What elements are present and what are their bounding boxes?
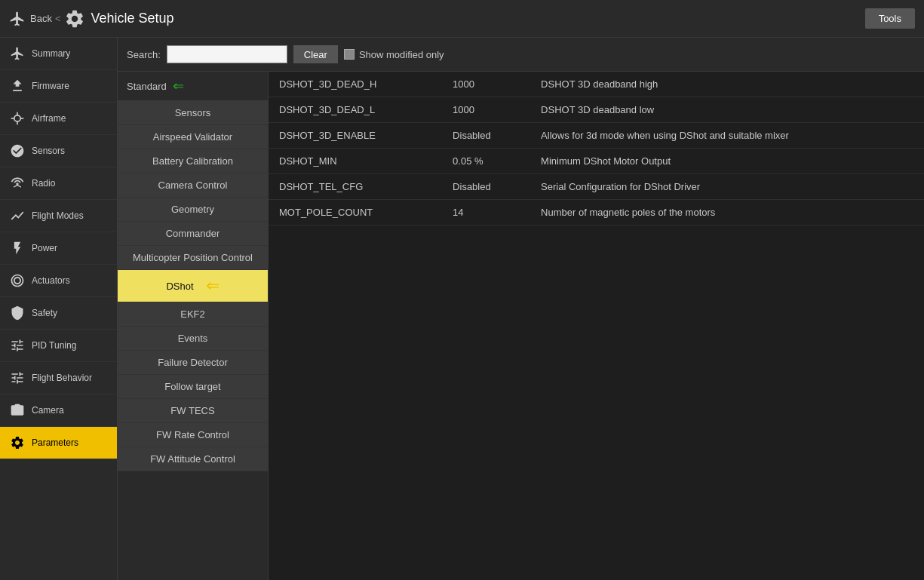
group-fw-rate-control[interactable]: FW Rate Control (118, 423, 268, 447)
svg-point-0 (14, 115, 20, 121)
plane-icon (9, 45, 26, 62)
group-commander[interactable]: Commander (118, 222, 268, 246)
content-area: Standard ⇐ Sensors Airspeed Validator Ba… (118, 72, 924, 580)
group-dshot[interactable]: DShot ⇐ (118, 270, 268, 302)
parameters-gear-icon (9, 434, 26, 451)
group-geometry[interactable]: Geometry (118, 198, 268, 222)
safety-icon (9, 305, 26, 321)
actuators-icon (9, 272, 26, 289)
group-follow-target[interactable]: Follow target (118, 375, 268, 399)
sidebar-item-sensors[interactable]: Sensors (0, 135, 117, 167)
param-desc: Serial Configuration for DShot Driver (530, 174, 924, 200)
power-icon (9, 240, 26, 256)
sidebar-label-flight-modes: Flight Modes (32, 210, 84, 221)
group-battery-calibration[interactable]: Battery Calibration (118, 149, 268, 173)
radio-icon (9, 175, 26, 192)
tools-button[interactable]: Tools (865, 8, 915, 29)
main-content: Search: Clear Show modified only Standar… (118, 38, 924, 580)
dshot-label: DShot (166, 281, 193, 292)
back-label: Back (30, 13, 52, 24)
sidebar-label-pid-tuning: PID Tuning (32, 340, 76, 351)
sidebar-label-radio: Radio (32, 178, 55, 189)
sidebar-label-actuators: Actuators (32, 275, 70, 286)
param-name: DSHOT_3D_DEAD_L (269, 97, 442, 123)
sidebar-label-summary: Summary (32, 48, 70, 59)
table-row[interactable]: MOT_POLE_COUNT 14 Number of magnetic pol… (269, 200, 924, 226)
sidebar-label-parameters: Parameters (32, 437, 78, 448)
parameter-table: DSHOT_3D_DEAD_H 1000 DSHOT 3D deadband h… (269, 72, 924, 226)
show-modified-label: Show modified only (359, 49, 444, 60)
param-name: DSHOT_TEL_CFG (269, 174, 442, 200)
param-desc: Number of magnetic poles of the motors (530, 200, 924, 226)
sidebar-label-sensors: Sensors (32, 146, 65, 156)
sidebar-item-parameters[interactable]: Parameters (0, 427, 117, 459)
param-value: 1000 (442, 72, 530, 97)
firmware-icon (9, 78, 26, 94)
parameter-group-sidebar: Standard ⇐ Sensors Airspeed Validator Ba… (118, 72, 269, 580)
sidebar-item-flight-behavior[interactable]: Flight Behavior (0, 362, 117, 394)
param-name: DSHOT_3D_ENABLE (269, 123, 442, 149)
dshot-arrow-icon: ⇐ (206, 276, 219, 296)
sidebar-item-firmware[interactable]: Firmware (0, 70, 117, 103)
param-desc: DSHOT 3D deadband low (530, 97, 924, 123)
search-label: Search: (127, 49, 161, 60)
group-failure-detector[interactable]: Failure Detector (118, 351, 268, 375)
page-title: Vehicle Setup (91, 11, 174, 26)
sidebar-label-flight-behavior: Flight Behavior (32, 373, 92, 383)
table-row[interactable]: DSHOT_TEL_CFG Disabled Serial Configurat… (269, 174, 924, 200)
sidebar-item-airframe[interactable]: Airframe (0, 103, 117, 135)
sidebar-item-pid-tuning[interactable]: PID Tuning (0, 330, 117, 362)
sidebar-label-camera: Camera (32, 405, 64, 416)
pid-tuning-icon (9, 337, 26, 354)
group-camera-control[interactable]: Camera Control (118, 173, 268, 198)
standard-label: Standard (127, 81, 167, 92)
standard-header: Standard ⇐ (118, 72, 268, 101)
airframe-icon (9, 110, 26, 127)
sidebar-label-power: Power (32, 243, 57, 253)
table-row[interactable]: DSHOT_MIN 0.05 % Minimum DShot Motor Out… (269, 149, 924, 174)
parameter-table-area: DSHOT_3D_DEAD_H 1000 DSHOT 3D deadband h… (269, 72, 924, 580)
param-value: Disabled (442, 174, 530, 200)
flight-behavior-icon (9, 370, 26, 386)
sidebar-item-flight-modes[interactable]: Flight Modes (0, 200, 117, 232)
sidebar-item-safety[interactable]: Safety (0, 297, 117, 330)
sidebar-item-camera[interactable]: Camera (0, 394, 117, 427)
table-row[interactable]: DSHOT_3D_DEAD_H 1000 DSHOT 3D deadband h… (269, 72, 924, 97)
param-value: 14 (442, 200, 530, 226)
group-fw-tecs[interactable]: FW TECS (118, 399, 268, 423)
sidebar-item-power[interactable]: Power (0, 232, 117, 265)
param-value: 1000 (442, 97, 530, 123)
sidebar-item-radio[interactable]: Radio (0, 167, 117, 200)
param-desc: DSHOT 3D deadband high (530, 72, 924, 97)
param-desc: Allows for 3d mode when using DShot and … (530, 123, 924, 149)
sidebar-item-actuators[interactable]: Actuators (0, 265, 117, 297)
group-airspeed-validator[interactable]: Airspeed Validator (118, 125, 268, 149)
show-modified-checkbox[interactable] (344, 49, 355, 60)
main-layout: Summary Firmware Airframe (0, 38, 924, 580)
back-button[interactable]: Back (9, 11, 52, 27)
table-row[interactable]: DSHOT_3D_ENABLE Disabled Allows for 3d m… (269, 123, 924, 149)
left-sidebar: Summary Firmware Airframe (0, 38, 118, 580)
param-name: DSHOT_MIN (269, 149, 442, 174)
sidebar-label-firmware: Firmware (32, 81, 69, 91)
camera-icon (9, 402, 26, 419)
show-modified-container[interactable]: Show modified only (344, 49, 444, 60)
group-multicopter-position-control[interactable]: Multicopter Position Control (118, 246, 268, 270)
group-events[interactable]: Events (118, 327, 268, 351)
param-name: DSHOT_3D_DEAD_H (269, 72, 442, 97)
group-ekf2[interactable]: EKF2 (118, 302, 268, 327)
group-sensors[interactable]: Sensors (118, 101, 268, 125)
header: Back < Vehicle Setup Tools (0, 0, 924, 38)
flight-modes-icon (9, 207, 26, 224)
group-fw-attitude-control[interactable]: FW Attitude Control (118, 447, 268, 471)
param-name: MOT_POLE_COUNT (269, 200, 442, 226)
sidebar-item-summary[interactable]: Summary (0, 38, 117, 70)
search-bar: Search: Clear Show modified only (118, 38, 924, 72)
clear-button[interactable]: Clear (293, 45, 338, 63)
search-input[interactable] (167, 45, 287, 63)
param-value: Disabled (442, 123, 530, 149)
sidebar-label-safety: Safety (32, 308, 57, 318)
table-row[interactable]: DSHOT_3D_DEAD_L 1000 DSHOT 3D deadband l… (269, 97, 924, 123)
back-plane-icon (9, 11, 26, 27)
header-separator: < (55, 13, 61, 24)
